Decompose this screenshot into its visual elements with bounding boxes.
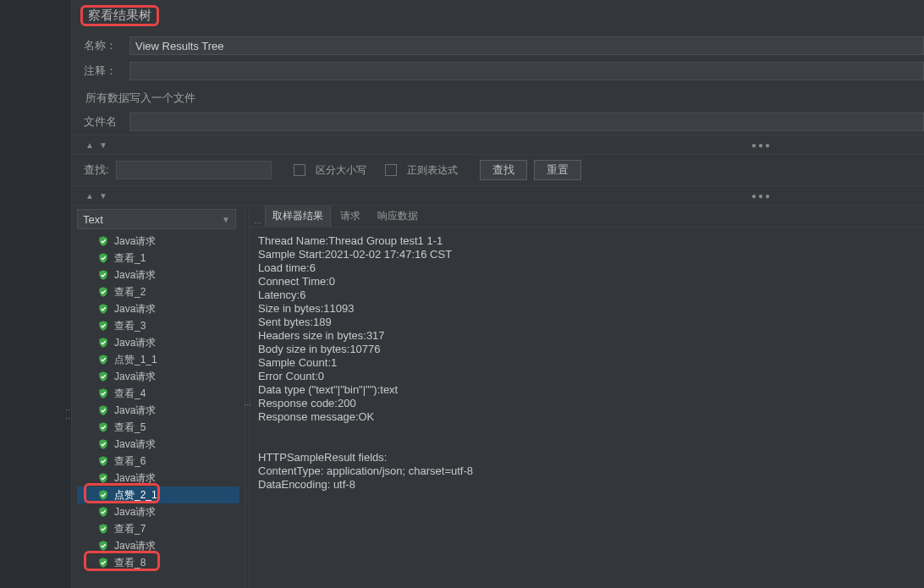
shield-check-icon bbox=[97, 387, 109, 399]
shield-check-icon bbox=[97, 286, 109, 298]
tree-item-label: 查看_4 bbox=[114, 387, 146, 401]
tree-item[interactable]: Java请求 bbox=[77, 470, 239, 486]
shield-check-icon bbox=[97, 540, 109, 552]
renderer-dropdown[interactable]: Text ▼ bbox=[77, 209, 236, 229]
tree-item-label: 查看_3 bbox=[114, 319, 146, 333]
tree-item-label: Java请求 bbox=[114, 370, 156, 384]
shield-check-icon bbox=[97, 371, 109, 382]
search-row: 查找: 区分大小写 正则表达式 查找 重置 bbox=[72, 155, 924, 185]
tab-response[interactable]: 响应数据 bbox=[370, 205, 426, 227]
tree-item-label: 查看_5 bbox=[114, 420, 146, 435]
filename-input[interactable] bbox=[129, 113, 924, 131]
shield-check-icon bbox=[97, 472, 109, 484]
tree-item[interactable]: 查看_7 bbox=[77, 520, 239, 537]
filename-label: 文件名 bbox=[84, 114, 123, 129]
name-label: 名称： bbox=[84, 38, 123, 53]
tree-item[interactable]: Java请求 bbox=[77, 436, 239, 453]
tree-item-label: 查看_6 bbox=[114, 454, 146, 469]
tree-item[interactable]: 查看_1 bbox=[77, 250, 239, 267]
drag-dots-icon[interactable]: ●●● bbox=[751, 140, 772, 150]
search-input[interactable] bbox=[116, 161, 272, 179]
shield-check-icon bbox=[97, 523, 109, 535]
tree-list: Java请求查看_1Java请求查看_2Java请求查看_3Java请求点赞_1… bbox=[77, 233, 239, 571]
tree-item[interactable]: Java请求 bbox=[77, 503, 239, 520]
shield-check-icon bbox=[97, 421, 109, 433]
tab-sampler-result[interactable]: 取样器结果 bbox=[265, 205, 331, 227]
left-gutter: ⋮⋮ bbox=[0, 0, 71, 588]
dropdown-value: Text bbox=[83, 213, 103, 226]
shield-check-icon bbox=[97, 303, 109, 315]
tree-item[interactable]: 查看_6 bbox=[77, 453, 239, 470]
tree-item[interactable]: 查看_4 bbox=[77, 385, 239, 402]
comment-row: 注释： bbox=[72, 58, 924, 84]
detail-body[interactable]: Thread Name:Thread Group test1 1-1 Sampl… bbox=[250, 228, 924, 498]
tree-item[interactable]: 点赞_1_1 bbox=[77, 351, 239, 368]
tree-item-label: Java请求 bbox=[114, 234, 156, 249]
tree-item[interactable]: Java请求 bbox=[77, 402, 239, 419]
tree-item[interactable]: 查看_2 bbox=[77, 283, 239, 300]
tree-item[interactable]: Java请求 bbox=[77, 537, 239, 554]
detail-tabs: ⋮ 取样器结果 请求 响应数据 bbox=[250, 206, 924, 228]
regex-checkbox[interactable] bbox=[385, 164, 397, 176]
regex-label: 正则表达式 bbox=[407, 163, 458, 178]
vertical-grip-icon[interactable]: ⋮⋮ bbox=[64, 406, 71, 423]
collapse-row-1: ▲ ▼ ●●● bbox=[72, 135, 924, 155]
panel-title-row: 察看结果树 bbox=[72, 0, 924, 33]
tree-item-label: 查看_2 bbox=[114, 285, 146, 299]
shield-check-icon bbox=[97, 337, 109, 349]
drag-dots-icon[interactable]: ⋮ bbox=[253, 219, 261, 227]
case-label: 区分大小写 bbox=[316, 163, 366, 178]
tree-item-label: 查看_8 bbox=[114, 556, 146, 570]
shield-check-icon bbox=[97, 455, 109, 467]
shield-check-icon bbox=[97, 438, 109, 450]
tree-item-label: Java请求 bbox=[114, 471, 156, 486]
panel-title: 察看结果树 bbox=[80, 5, 159, 26]
collapse-up-icon[interactable]: ▲ bbox=[84, 190, 96, 201]
shield-check-icon bbox=[97, 506, 109, 518]
tree-item[interactable]: Java请求 bbox=[77, 368, 239, 385]
shield-check-icon bbox=[97, 404, 109, 416]
tree-item-label: 查看_7 bbox=[114, 522, 146, 536]
tree-item-label: Java请求 bbox=[114, 404, 156, 418]
collapse-down-icon[interactable]: ▼ bbox=[97, 139, 109, 151]
shield-check-icon bbox=[97, 354, 109, 365]
tree-item[interactable]: Java请求 bbox=[77, 233, 239, 250]
tree-item[interactable]: 点赞_2_1 bbox=[77, 486, 239, 503]
collapse-row-2: ▲ ▼ ●●● bbox=[72, 185, 924, 206]
chevron-down-icon: ▼ bbox=[222, 215, 230, 224]
name-input[interactable] bbox=[129, 36, 924, 55]
write-all-label: 所有数据写入一个文件 bbox=[72, 84, 924, 109]
tree-item-label: 查看_1 bbox=[114, 251, 146, 266]
tree-item-label: Java请求 bbox=[114, 505, 156, 519]
tree-item[interactable]: Java请求 bbox=[77, 334, 239, 351]
search-label: 查找: bbox=[84, 162, 109, 178]
shield-check-icon bbox=[97, 269, 109, 281]
collapse-down-icon[interactable]: ▼ bbox=[97, 190, 109, 201]
comment-input[interactable] bbox=[129, 62, 924, 80]
tree-item[interactable]: Java请求 bbox=[77, 300, 239, 317]
case-checkbox[interactable] bbox=[294, 164, 305, 176]
shield-check-icon bbox=[97, 235, 109, 247]
tab-request[interactable]: 请求 bbox=[333, 205, 368, 227]
filename-row: 文件名 bbox=[72, 109, 924, 135]
tree-item-label: Java请求 bbox=[114, 336, 156, 350]
tree-item-label: Java请求 bbox=[114, 437, 156, 452]
tree-item[interactable]: 查看_5 bbox=[77, 419, 239, 436]
tree-item-label: 点赞_1_1 bbox=[114, 353, 157, 367]
tree-item[interactable]: Java请求 bbox=[77, 267, 239, 283]
detail-panel: ⋮ 取样器结果 请求 响应数据 Thread Name:Thread Group… bbox=[250, 206, 924, 588]
tree-item[interactable]: 查看_3 bbox=[77, 317, 239, 334]
shield-check-icon bbox=[97, 252, 109, 264]
shield-check-icon bbox=[97, 320, 109, 332]
tree-item-label: Java请求 bbox=[114, 539, 156, 553]
find-button[interactable]: 查找 bbox=[480, 160, 527, 180]
drag-dots-icon[interactable]: ●●● bbox=[751, 191, 772, 201]
comment-label: 注释： bbox=[84, 63, 123, 79]
reset-button[interactable]: 重置 bbox=[534, 160, 581, 180]
tree-item-label: 点赞_2_1 bbox=[114, 488, 157, 503]
shield-check-icon bbox=[97, 489, 109, 501]
tree-item[interactable]: 查看_8 bbox=[77, 554, 239, 571]
tree-item-label: Java请求 bbox=[114, 302, 156, 316]
tree-panel: Text ▼ Java请求查看_1Java请求查看_2Java请求查看_3Jav… bbox=[72, 206, 245, 588]
collapse-up-icon[interactable]: ▲ bbox=[84, 139, 96, 151]
